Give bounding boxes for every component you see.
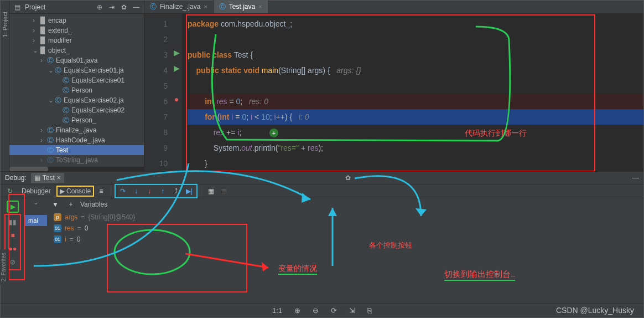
export2-icon[interactable]: ⎘ xyxy=(367,306,372,315)
zoom-ratio[interactable]: 1:1 xyxy=(272,306,282,315)
project-tool-tab[interactable]: 1: Project xyxy=(2,12,8,37)
folder-icon: ▉ xyxy=(38,17,47,24)
project-title: Project xyxy=(25,3,92,11)
tree-item[interactable]: ›ⒸFinalize_.java xyxy=(9,125,144,135)
tab-debugger[interactable]: Debugger xyxy=(17,187,55,195)
class-icon: Ⓒ xyxy=(61,106,70,115)
drop-frame-icon[interactable]: ⤴ xyxy=(170,185,182,197)
horizontal-scrollbar[interactable] xyxy=(9,167,144,171)
zoom-in-icon[interactable]: ⊕ xyxy=(294,306,300,315)
tree-item[interactable]: ›▉extend_ xyxy=(9,25,144,35)
tab-console[interactable]: ▶ Console xyxy=(56,186,94,197)
tree-item[interactable]: ›▉modifier xyxy=(9,35,144,45)
variable-row[interactable]: 01res = 0 xyxy=(54,223,637,234)
tree-item[interactable]: ›ⒸEquals01.java xyxy=(9,55,144,65)
tree-item[interactable]: ⒸTest xyxy=(9,145,144,155)
hide-icon[interactable]: — xyxy=(632,174,639,182)
run-to-cursor-icon[interactable]: ▶| xyxy=(183,185,195,197)
settings-icon[interactable]: ✿ xyxy=(120,3,128,11)
export-icon[interactable]: ⇲ xyxy=(349,306,355,315)
debug-run-config-tab[interactable]: ▦ Test × xyxy=(31,173,64,183)
resume-icon[interactable]: ▶ xyxy=(7,201,19,213)
tree-item[interactable]: ⌄ⒸEqualsExercise02.ja xyxy=(9,95,144,105)
line-number-gutter: 12345678910 xyxy=(144,14,171,171)
step-out-icon[interactable]: ↑ xyxy=(157,185,169,197)
class-icon: Ⓒ xyxy=(61,86,70,95)
class-icon: Ⓒ xyxy=(46,56,55,65)
folder-icon: ▉ xyxy=(38,37,47,44)
tool-window-bar[interactable]: 1: Project xyxy=(1,1,9,171)
folder-icon: ▉ xyxy=(38,27,47,34)
filter-icon[interactable]: ▼ xyxy=(49,198,61,211)
tree-item[interactable]: ⒸPerson_ xyxy=(9,115,144,125)
editor-tab[interactable]: ⒸFinalize_.java× xyxy=(144,0,214,13)
favorites-tool-tab[interactable]: 2: Favorites xyxy=(0,249,9,285)
svg-marker-2 xyxy=(262,262,268,271)
chevron-down-icon[interactable]: ⌄ xyxy=(25,198,47,211)
tree-item[interactable]: ⒸEqualsExercise02 xyxy=(9,105,144,115)
tree-item[interactable]: ›ⒸHashCode_.java xyxy=(9,135,144,145)
tree-item[interactable]: ⌄ⒸEqualsExercise01.ja xyxy=(9,65,144,75)
watermark: CSDN @Lucky_Husky xyxy=(556,306,634,315)
status-bar: 1:1 ⊕ ⊖ ⟳ ⇲ ⎘ xyxy=(1,303,643,317)
class-icon: Ⓒ xyxy=(150,2,157,12)
variables-title: Variables xyxy=(80,201,107,208)
step-into-icon[interactable]: ↓ xyxy=(130,185,142,197)
gear-icon[interactable]: ✿ xyxy=(345,174,351,182)
inline-run-icon[interactable]: + xyxy=(269,129,278,137)
annotation-text: 切换到输出控制台.. xyxy=(444,269,515,281)
close-icon[interactable]: × xyxy=(57,174,61,182)
variable-row[interactable]: 01i = 0 xyxy=(54,234,637,245)
debug-toolbar: ↻ Debugger ▶ Console ≡ ↷ ↓ ↓ ↑ ⤴ ▶| ▦ ≣ xyxy=(1,184,643,198)
trace-icon[interactable]: ≣ xyxy=(218,185,230,197)
annotation-text: 代码执行到哪一行 xyxy=(465,129,527,139)
project-panel: ▤ Project ⊕ ⇥ ✿ — ›▉encap›▉extend_›▉modi… xyxy=(9,1,144,171)
annotation-text: 各个控制按钮 xyxy=(369,240,412,250)
refresh-icon[interactable]: ⟳ xyxy=(331,306,337,315)
project-view-icon[interactable]: ▤ xyxy=(13,3,22,11)
breakpoint-icon[interactable]: ● xyxy=(171,91,182,107)
pause-icon[interactable]: ▮▮ xyxy=(7,216,19,228)
folder-icon: ▉ xyxy=(38,47,47,54)
add-watch-icon[interactable]: + xyxy=(65,198,77,211)
class-icon: Ⓒ xyxy=(61,76,70,85)
kw-package: package xyxy=(188,19,219,28)
debug-title: Debug: xyxy=(5,174,27,182)
run-gutter-icon[interactable]: ▶ xyxy=(171,45,182,60)
tree-item[interactable]: ⌄▉object_ xyxy=(9,45,144,55)
close-icon[interactable]: × xyxy=(204,3,207,10)
class-icon: Ⓒ xyxy=(46,156,55,165)
class-icon: Ⓒ xyxy=(54,96,63,105)
tree-item[interactable]: ›ⒸToString_.java xyxy=(9,155,144,165)
class-icon: Ⓒ xyxy=(61,116,70,125)
collapse-icon[interactable]: ⇥ xyxy=(107,3,116,11)
var-type-icon: p xyxy=(54,213,61,221)
class-icon: Ⓒ xyxy=(54,66,63,75)
hide-icon[interactable]: — xyxy=(132,3,141,11)
tree-item[interactable]: ⒸEqualsExercise01 xyxy=(9,75,144,85)
frame-row[interactable] xyxy=(25,211,47,215)
variable-row[interactable]: pargs = {String[0]@540} xyxy=(54,212,637,223)
evaluate-icon[interactable]: ▦ xyxy=(205,185,217,197)
variables-list[interactable]: pargs = {String[0]@540}01res = 001i = 0 xyxy=(47,211,643,246)
var-type-icon: 01 xyxy=(54,235,61,243)
gutter-marks[interactable]: ▶ ▶ ● xyxy=(171,14,182,171)
run-gutter-icon[interactable]: ▶ xyxy=(171,60,182,76)
stop-icon[interactable]: ■ xyxy=(7,229,19,242)
class-icon: Ⓒ xyxy=(46,126,55,135)
rerun-icon[interactable]: ↻ xyxy=(4,185,16,197)
zoom-out-icon[interactable]: ⊖ xyxy=(313,306,319,315)
locate-icon[interactable]: ⊕ xyxy=(95,3,104,11)
project-tree[interactable]: ›▉encap›▉extend_›▉modifier⌄▉object_›ⒸEqu… xyxy=(9,14,144,171)
frame-row[interactable]: mai xyxy=(25,215,47,226)
class-icon: Ⓒ xyxy=(46,146,55,155)
editor-tab[interactable]: ⒸTest.java× xyxy=(214,0,268,13)
code-editor[interactable]: package com.hspedu.object_; public class… xyxy=(182,14,643,171)
force-step-into-icon[interactable]: ↓ xyxy=(143,185,155,197)
frames-panel[interactable]: ⌄ mai xyxy=(25,198,47,303)
tree-item[interactable]: ⒸPerson xyxy=(9,85,144,95)
threads-icon[interactable]: ≡ xyxy=(95,185,107,197)
tree-item[interactable]: ›▉encap xyxy=(9,16,144,25)
close-icon[interactable]: × xyxy=(258,3,262,10)
step-over-icon[interactable]: ↷ xyxy=(117,185,129,197)
